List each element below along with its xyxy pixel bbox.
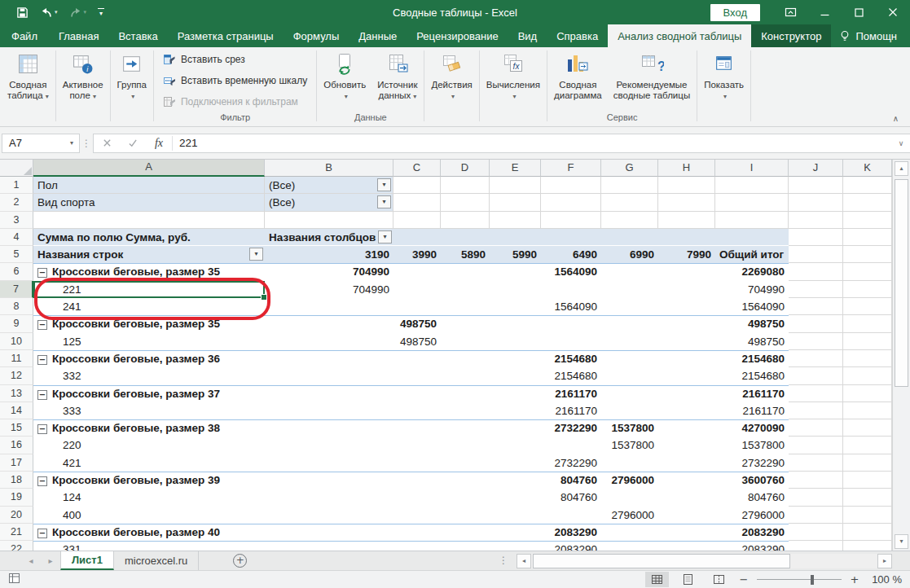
cell-I16[interactable]: 1537800	[715, 437, 789, 454]
cell-D17[interactable]	[441, 454, 490, 472]
scroll-right-button[interactable]: ▸	[877, 554, 892, 568]
cell-K4[interactable]	[843, 229, 892, 246]
cell-B11[interactable]	[265, 350, 393, 367]
cell-A20[interactable]: 400	[33, 507, 265, 524]
add-sheet-button[interactable]: +	[233, 554, 247, 568]
cell-C9[interactable]: 498750	[393, 315, 441, 332]
sheet-tab-microexcel[interactable]: microexcel.ru	[114, 551, 199, 570]
cell-H3[interactable]	[658, 212, 715, 229]
normal-view-button[interactable]	[645, 572, 669, 587]
zoom-slider-thumb[interactable]	[811, 575, 814, 585]
splitter-dots-icon[interactable]: ⋮	[499, 555, 508, 566]
cell-F17[interactable]: 2732290	[541, 454, 601, 472]
cell-G4[interactable]	[601, 229, 658, 246]
cell-E19[interactable]	[490, 489, 541, 506]
row-header-10[interactable]: 10	[0, 333, 33, 350]
cell-E18[interactable]	[490, 472, 541, 489]
cell-A9[interactable]: −Кроссовки беговые, размер 35	[33, 315, 265, 332]
customize-qat-button[interactable]: ▾	[98, 8, 104, 16]
cell-F10[interactable]	[541, 333, 601, 350]
column-header-E[interactable]: E	[490, 160, 541, 177]
cell-A16[interactable]: 220	[33, 437, 265, 454]
cell-I8[interactable]: 1564090	[715, 298, 789, 315]
name-box-dropdown-icon[interactable]: ▾	[64, 139, 79, 147]
save-button[interactable]	[16, 7, 29, 19]
collapse-group-button[interactable]: −	[37, 424, 47, 434]
cell-I15[interactable]: 4270090	[715, 419, 789, 437]
insert-function-button[interactable]: fx	[146, 134, 172, 152]
cell-A1[interactable]: Пол	[33, 177, 265, 194]
cell-E16[interactable]	[490, 437, 541, 454]
cell-F2[interactable]	[541, 194, 601, 211]
horizontal-scrollbar[interactable]: ◂ ▸	[517, 554, 892, 568]
cell-J10[interactable]	[789, 333, 843, 350]
actions-button[interactable]: Действия▾	[425, 47, 477, 102]
zoom-level[interactable]: 100 %	[868, 573, 902, 586]
tab-formulas[interactable]: Формулы	[284, 24, 349, 47]
cell-G19[interactable]	[601, 489, 658, 506]
undo-button[interactable]: ▾	[40, 7, 58, 18]
cell-K14[interactable]	[843, 402, 892, 419]
cell-H12[interactable]	[658, 367, 715, 384]
cell-J21[interactable]	[789, 524, 843, 541]
cell-C7[interactable]	[393, 281, 441, 298]
cell-K7[interactable]	[843, 281, 892, 298]
cell-E11[interactable]	[490, 350, 541, 367]
cell-D11[interactable]	[441, 350, 490, 367]
cell-B13[interactable]	[265, 385, 393, 402]
cell-K6[interactable]	[843, 263, 892, 280]
cell-A21[interactable]: −Кроссовки беговые, размер 40	[33, 524, 265, 541]
cell-F4[interactable]	[541, 229, 601, 246]
cell-I11[interactable]: 2154680	[715, 350, 789, 367]
cell-I21[interactable]: 2083290	[715, 524, 789, 541]
tab-file[interactable]: Файл	[0, 24, 49, 47]
row-header-21[interactable]: 21	[0, 524, 33, 541]
cell-C10[interactable]: 498750	[393, 333, 441, 350]
cell-D9[interactable]	[441, 315, 490, 332]
cell-K22[interactable]	[843, 541, 892, 551]
cell-J1[interactable]	[789, 177, 843, 194]
cell-D19[interactable]	[441, 489, 490, 506]
cell-D5[interactable]: 5890	[441, 246, 490, 263]
cell-C19[interactable]	[393, 489, 441, 506]
cell-H7[interactable]	[658, 281, 715, 298]
cell-B16[interactable]	[265, 437, 393, 454]
column-header-D[interactable]: D	[441, 160, 490, 177]
cell-B14[interactable]	[265, 402, 393, 419]
share-button[interactable]: Общий доступ	[905, 24, 910, 47]
cell-C13[interactable]	[393, 385, 441, 402]
cell-J3[interactable]	[789, 212, 843, 229]
cell-B10[interactable]	[265, 333, 393, 350]
cell-D8[interactable]	[441, 298, 490, 315]
cell-B12[interactable]	[265, 367, 393, 384]
cell-E6[interactable]	[490, 263, 541, 280]
cell-C16[interactable]	[393, 437, 441, 454]
row-header-2[interactable]: 2	[0, 194, 33, 211]
cell-F19[interactable]: 804760	[541, 489, 601, 506]
cell-D13[interactable]	[441, 385, 490, 402]
cell-A22[interactable]: 331	[33, 541, 265, 551]
cell-I5[interactable]: Общий итог	[715, 246, 789, 263]
cell-B18[interactable]	[265, 472, 393, 489]
cell-K10[interactable]	[843, 333, 892, 350]
cell-B15[interactable]	[265, 419, 393, 437]
filter-dropdown-button[interactable]: ▾	[378, 230, 392, 244]
cell-I22[interactable]: 2083290	[715, 541, 789, 551]
cell-H6[interactable]	[658, 263, 715, 280]
cell-E4[interactable]	[490, 229, 541, 246]
cell-A10[interactable]: 125	[33, 333, 265, 350]
maximize-button[interactable]	[842, 0, 876, 24]
column-header-J[interactable]: J	[789, 160, 843, 177]
column-header-K[interactable]: K	[843, 160, 892, 177]
cell-D16[interactable]	[441, 437, 490, 454]
cell-G16[interactable]: 1537800	[601, 437, 658, 454]
cell-H17[interactable]	[658, 454, 715, 472]
row-header-13[interactable]: 13	[0, 385, 33, 402]
cell-C2[interactable]	[393, 194, 441, 211]
sheet-tab-list1[interactable]: Лист1	[60, 551, 114, 570]
cell-H18[interactable]	[658, 472, 715, 489]
cell-D10[interactable]	[441, 333, 490, 350]
cell-G13[interactable]	[601, 385, 658, 402]
tab-design[interactable]: Конструктор	[751, 24, 831, 47]
row-header-17[interactable]: 17	[0, 454, 33, 472]
